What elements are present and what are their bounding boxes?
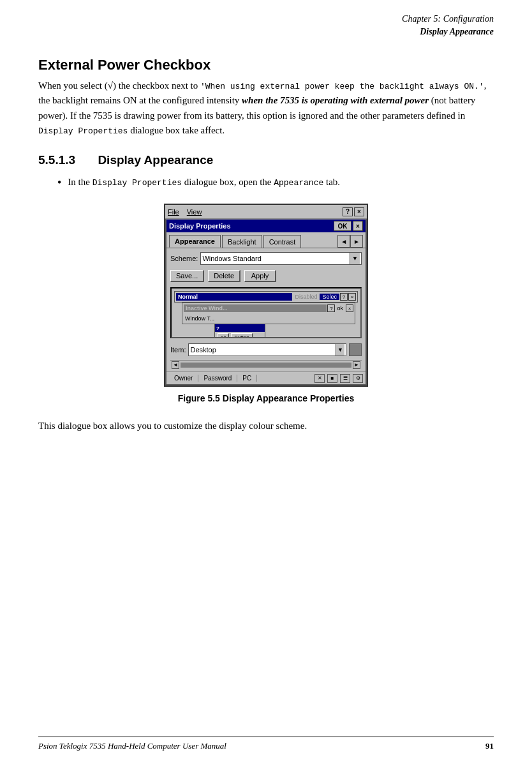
section-number: 5.5.1.3 [38,153,75,167]
mono-text-2: Display Properties [38,126,128,136]
scheme-value: Windows Standard [202,255,350,262]
scheme-row: Scheme: Windows Standard ▼ [166,248,366,267]
status-icons: ✕ ■ ☰ ⚙ [314,374,363,383]
figure-caption: Figure 5.5 Display Appearance Properties [178,393,354,403]
preview-close-btn[interactable]: × [348,293,356,301]
preview-disabled-label: Disabled [292,294,320,300]
preview-inactive-label: Inactive Wind... [184,304,327,312]
footer-right: 91 [485,741,494,751]
preview-msg-titlebar: ? [215,324,265,332]
menu-file[interactable]: File [168,208,179,216]
dialog-wrapper: File View ? × Display Properties OK × [164,204,368,387]
scheme-label: Scheme: [170,255,198,262]
preview-inactive-help-btn[interactable]: ? [327,304,335,312]
tab-scroll-right[interactable]: ► [350,235,363,248]
status-pc: PC [237,375,257,382]
bullet-text-1: In the [68,177,92,187]
preview-msg-ok-btn[interactable]: ok [218,333,229,338]
status-owner: Owner [169,375,198,382]
bullet-dot: • [57,175,61,191]
outer-help-button[interactable]: ? [343,207,353,216]
preview-window-text: Window T... [185,315,214,322]
scroll-track[interactable] [181,363,351,368]
item-dropdown-arrow[interactable]: ▼ [336,344,344,356]
menu-view[interactable]: View [187,208,202,216]
bold-italic-text: when the 7535 is operating with external… [242,95,429,105]
page-footer: Psion Teklogix 7535 Hand-Held Computer U… [38,737,494,751]
bottom-scrollbar: ◄ ► [170,360,362,369]
preview-msg-button-btn[interactable]: Button [231,333,252,338]
tab-backlight[interactable]: Backlight [222,235,262,248]
status-icon-1: ✕ [314,374,325,383]
menu-bar: File View [168,208,202,216]
outer-close-button[interactable]: × [354,207,364,216]
section-title-header: Display Appearance [38,26,494,38]
bullet-content: In the Display Properties dialogue box, … [68,175,340,190]
preview-sub-window: Normal Disabled Selec ? × [174,291,358,303]
color-preview-area: Normal Disabled Selec ? × Inactive Wind.… [170,287,362,338]
dp-close-button[interactable]: × [353,221,363,231]
preview-selected-label: Selec [320,294,339,300]
status-icon-2: ■ [327,374,337,383]
dp-ok-button[interactable]: OK [334,221,351,231]
closing-paragraph: This dialogue box allows you to customiz… [38,419,494,433]
section-heading-513: 5.5.1.3 Display Appearance [38,153,494,167]
preview-normal-label: Normal [176,293,292,301]
bullet-mono-1: Display Properties [92,178,182,188]
preview-window-text-row: Window T... ? ok Button [182,313,355,324]
display-properties-dialog: Display Properties OK × Appearance Backl… [165,219,367,386]
bullet-mono-2: Appearance [274,178,323,188]
section-title-external-power: External Power Checkbox [38,57,494,73]
dp-titlebar: Display Properties OK × [166,220,366,232]
footer-left: Psion Teklogix 7535 Hand-Held Computer U… [38,741,226,751]
external-power-paragraph: When you select (√) the checkbox next to… [38,79,494,138]
scheme-dropdown-arrow[interactable]: ▼ [350,253,360,264]
para-text-1: When you select (√) the checkbox next to [38,80,200,91]
scroll-left-btn[interactable]: ◄ [172,361,179,369]
item-label: Item: [170,346,186,354]
preview-inactive-window: Inactive Wind... ? ok × Window T... ? [182,303,355,324]
tab-contrast[interactable]: Contrast [263,235,302,248]
item-row: Item: Desktop ▼ [166,341,366,359]
preview-help-btn[interactable]: ? [340,293,348,301]
scheme-dropdown[interactable]: Windows Standard ▼ [200,252,362,265]
tabs-row: Appearance Backlight Contrast ◄ ► [166,232,366,248]
preview-inactive-titlebar: Inactive Wind... ? ok × [182,303,355,313]
item-value: Desktop [190,346,216,354]
bullet-text-3: tab. [323,177,340,187]
status-icon-4: ⚙ [353,374,363,383]
preview-normal-titlebar: Normal Disabled Selec ? × [175,292,357,302]
mono-text-1: 'When using external power keep the back… [200,82,484,91]
dp-title-text: Display Properties [169,222,332,230]
chapter-title: Chapter 5: Configuration [38,13,494,26]
item-color-swatch[interactable] [349,343,362,356]
tab-appearance[interactable]: Appearance [169,235,221,248]
outer-titlebar: File View ? × [165,205,367,219]
preview-msg-btn-row: ok Button [215,332,265,338]
tab-scroll-left[interactable]: ◄ [337,235,350,248]
preview-msg-box: ? ok Button [214,324,265,338]
save-button[interactable]: Save... [170,270,204,282]
para-text-4: dialogue box take affect. [128,125,225,135]
page-header: Chapter 5: Configuration Display Appeara… [38,13,494,38]
section-heading-title: Display Appearance [98,153,213,167]
apply-button[interactable]: Apply [244,270,276,282]
bullet-item-1: • In the Display Properties dialogue box… [57,175,494,191]
preview-inactive-close-btn[interactable]: × [346,304,353,312]
figure-container: File View ? × Display Properties OK × [38,204,494,403]
status-bar: Owner Password PC ✕ ■ ☰ ⚙ [166,371,366,384]
scroll-right-btn[interactable]: ► [353,361,360,369]
status-icon-3: ☰ [340,374,350,383]
bullet-text-2: dialogue box, open the [182,177,274,187]
item-dropdown[interactable]: Desktop ▼ [188,343,346,356]
delete-button[interactable]: Delete [208,270,240,282]
preview-inactive-ok: ok [335,305,345,311]
status-password: Password [198,375,237,382]
buttons-row: Save... Delete Apply [166,267,366,285]
